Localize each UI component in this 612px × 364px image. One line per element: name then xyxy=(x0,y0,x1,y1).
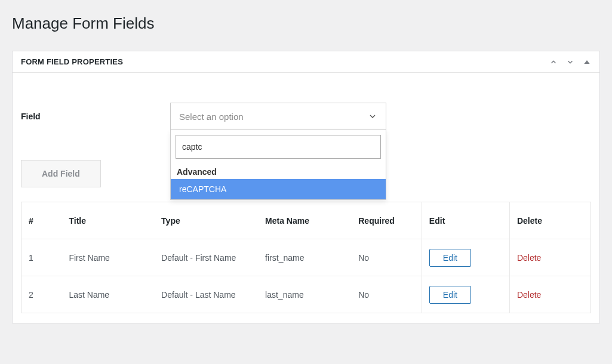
move-up-icon[interactable] xyxy=(549,58,558,66)
move-down-icon[interactable] xyxy=(566,58,574,66)
cell-index: 1 xyxy=(21,239,62,276)
add-field-button[interactable]: Add Field xyxy=(21,160,101,187)
cell-meta: last_name xyxy=(258,276,351,313)
edit-button[interactable]: Edit xyxy=(429,286,471,304)
collapse-icon[interactable] xyxy=(583,58,591,66)
form-field-properties-panel: FORM FIELD PROPERTIES Field Select an op xyxy=(12,51,600,323)
delete-button[interactable]: Delete xyxy=(517,290,541,300)
page-title: Manage Form Fields xyxy=(12,14,600,33)
th-delete: Delete xyxy=(509,202,591,239)
panel-header: FORM FIELD PROPERTIES xyxy=(13,51,599,73)
th-index: # xyxy=(21,202,62,239)
fields-table-head: # Title Type Meta Name Required Edit Del… xyxy=(21,202,591,239)
field-selector-row: Field Select an option Advanced reCAPTCH xyxy=(21,103,591,130)
svg-marker-0 xyxy=(584,60,589,64)
panel-body: Field Select an option Advanced reCAPTCH xyxy=(13,73,599,323)
th-title: Title xyxy=(61,202,154,239)
th-required: Required xyxy=(351,202,422,239)
field-select[interactable]: Select an option xyxy=(170,103,386,130)
field-label: Field xyxy=(21,112,170,121)
th-type: Type xyxy=(154,202,258,239)
cell-delete: Delete xyxy=(509,276,591,313)
cell-title: First Name xyxy=(61,239,154,276)
fields-table: # Title Type Meta Name Required Edit Del… xyxy=(21,202,591,313)
cell-required: No xyxy=(351,276,422,313)
cell-required: No xyxy=(351,239,422,276)
fields-table-body: 1 First Name Default - First Name first_… xyxy=(21,239,591,313)
cell-type: Default - First Name xyxy=(154,239,258,276)
panel-controls xyxy=(549,58,591,66)
cell-edit: Edit xyxy=(422,276,509,313)
table-row: 2 Last Name Default - Last Name last_nam… xyxy=(21,276,591,313)
cell-title: Last Name xyxy=(61,276,154,313)
th-meta: Meta Name xyxy=(258,202,351,239)
cell-meta: first_name xyxy=(258,239,351,276)
field-select-dropdown: Advanced reCAPTCHA xyxy=(170,130,386,200)
edit-button[interactable]: Edit xyxy=(429,249,471,267)
dropdown-option-recaptcha[interactable]: reCAPTCHA xyxy=(171,179,386,199)
panel-title: FORM FIELD PROPERTIES xyxy=(21,57,123,66)
chevron-down-icon xyxy=(368,112,377,121)
cell-index: 2 xyxy=(21,276,62,313)
dropdown-group-label: Advanced xyxy=(171,164,386,179)
cell-edit: Edit xyxy=(422,239,509,276)
table-row: 1 First Name Default - First Name first_… xyxy=(21,239,591,276)
cell-type: Default - Last Name xyxy=(154,276,258,313)
dropdown-search-wrap xyxy=(171,130,386,164)
cell-delete: Delete xyxy=(509,239,591,276)
page-root: Manage Form Fields FORM FIELD PROPERTIES… xyxy=(0,0,612,364)
th-edit: Edit xyxy=(422,202,509,239)
dropdown-search-input[interactable] xyxy=(176,135,381,159)
field-select-wrap: Select an option Advanced reCAPTCHA xyxy=(170,103,386,130)
delete-button[interactable]: Delete xyxy=(517,253,541,263)
field-select-placeholder: Select an option xyxy=(179,112,244,122)
